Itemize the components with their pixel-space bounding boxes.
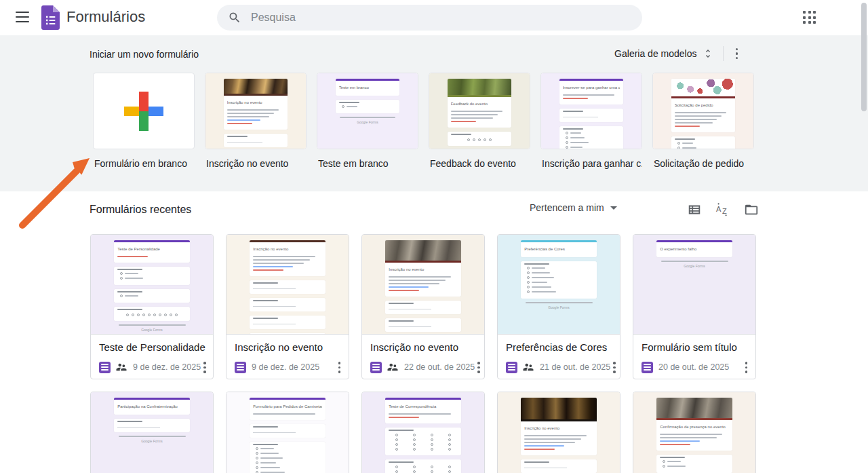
form-thumbnail: Solicitação de pedido	[653, 73, 753, 149]
thumbnail-question-card	[521, 459, 597, 473]
radio-dot	[413, 434, 416, 436]
text-line	[389, 413, 450, 415]
list-view-icon[interactable]	[686, 201, 703, 218]
folder-icon[interactable]	[743, 201, 760, 218]
recent-form-card[interactable]: Formulário para Pedidos de Camisetas	[226, 392, 349, 473]
recent-card-footer: Teste de Personalidade9 de dez. de 2025	[91, 335, 213, 376]
label-text-line	[660, 457, 685, 458]
thumbnail-input-underline	[227, 142, 263, 143]
owner-filter-dropdown[interactable]: Pertencem a mim	[530, 202, 617, 213]
recent-form-card[interactable]: Preferências de CoresGoogle FormsPreferê…	[497, 234, 620, 379]
recent-form-card[interactable]: Teste de PersonalidadeGoogle FormsTeste …	[90, 234, 214, 379]
thumbnail-header-image	[656, 398, 732, 418]
template-card-label: Teste em branco	[317, 158, 418, 169]
apps-grid-icon[interactable]	[803, 11, 816, 24]
template-card-thumbnail[interactable]: Feedback do evento	[429, 73, 530, 149]
recent-form-card[interactable]: Inscrição no evento	[497, 392, 620, 473]
scrollbar-thumb[interactable]	[861, 3, 867, 111]
template-card[interactable]: Inscrever-se para ganhar uma camisetaIns…	[540, 73, 642, 169]
template-card[interactable]: Teste em brancoGoogle FormsTeste em bran…	[317, 73, 418, 169]
template-card-thumbnail[interactable]: Teste em brancoGoogle Forms	[317, 73, 418, 149]
text-line	[253, 263, 304, 264]
form-thumbnail: Inscrição no evento	[498, 392, 620, 473]
thumbnail-grid-question	[389, 466, 458, 473]
forms-logo-icon[interactable]	[41, 5, 60, 33]
card-menu-button[interactable]	[610, 359, 618, 376]
radio-dot	[566, 136, 568, 139]
thumbnail-question-card	[385, 428, 461, 455]
thumbnail-input-underline	[563, 117, 599, 117]
template-card-thumbnail[interactable]: Inscrever-se para ganhar uma camiseta	[540, 73, 642, 149]
template-gallery-button[interactable]: Galeria de modelos	[614, 48, 696, 59]
recent-form-card[interactable]: Participação na ConfraternizaçãoGoogle F…	[90, 392, 214, 473]
radio-dot	[448, 466, 451, 468]
red-text-line	[675, 126, 700, 127]
text-line	[532, 282, 547, 283]
recent-form-card[interactable]: Inscrição no eventoInscrição no evento9 …	[226, 234, 349, 379]
template-card[interactable]: Feedback do eventoFeedback do evento	[429, 73, 530, 169]
card-menu-button[interactable]	[743, 359, 751, 376]
recent-card-footer: Formulário sem título20 de out. de 2025	[633, 335, 755, 376]
card-menu-button[interactable]	[201, 359, 209, 376]
thumbnail-form-title: Solicitação de pedido	[675, 101, 732, 110]
recent-card-footer: Preferências de Cores21 de out. de 2025	[498, 335, 620, 376]
thumbnail-header-image	[224, 79, 288, 94]
text-line	[667, 461, 681, 462]
radio-dot	[431, 434, 433, 436]
thumbnail-form-title: Inscrição no evento	[389, 265, 458, 274]
radio-dot	[395, 466, 398, 468]
recent-card-footer: Inscrição no evento9 de dez. de 2025	[226, 335, 349, 376]
template-card[interactable]: Formulário em branco	[93, 73, 195, 169]
recent-card-date: 9 de dez. de 2025	[133, 362, 201, 372]
thumbnail-brand-text: Google Forms	[633, 264, 755, 269]
recent-card-date: 22 de out. de 2025	[404, 362, 475, 372]
thumbnail-question-card	[559, 109, 624, 122]
text-line	[227, 113, 274, 114]
red-text-line	[253, 269, 283, 271]
label-text-line	[253, 282, 278, 284]
card-menu-button[interactable]	[475, 359, 483, 376]
template-card[interactable]: Inscrição no eventoInscrição no evento	[205, 73, 307, 169]
thumbnail-header-card: Teste de Personalidade	[114, 240, 190, 263]
template-card[interactable]: Solicitação de pedidoSolicitação de pedi…	[652, 73, 754, 169]
thumbnail-header-card: Preferências de Cores	[521, 240, 597, 257]
recent-form-card[interactable]: Confirmação de presença no evento	[633, 392, 756, 473]
templates-more-menu-button[interactable]	[733, 45, 741, 62]
card-menu-button[interactable]	[336, 359, 344, 376]
recent-form-card[interactable]: O experimento falhoGoogle FormsFormulári…	[633, 234, 756, 379]
recent-section-title: Formulários recentes	[90, 204, 191, 216]
text-line	[675, 122, 713, 124]
thumbnail-input-underline	[117, 427, 160, 428]
text-line	[347, 106, 357, 107]
form-thumbnail: O experimento falhoGoogle Forms	[633, 235, 755, 335]
hamburger-menu-icon[interactable]	[16, 12, 29, 22]
radio-dot	[448, 434, 451, 436]
radio-dot	[448, 448, 451, 451]
search-input[interactable]	[250, 11, 591, 24]
template-card-thumbnail[interactable]	[93, 73, 195, 149]
text-line	[227, 116, 270, 117]
thumbnail-option-row	[527, 267, 593, 269]
thumbnail-option-row	[527, 276, 593, 279]
text-line	[570, 142, 589, 143]
template-card-thumbnail[interactable]: Solicitação de pedido	[652, 73, 754, 149]
thumbnail-footer: Google Forms	[91, 324, 213, 333]
thumbnail-option-row	[566, 136, 620, 139]
thumbnail-option-row	[566, 146, 620, 149]
thumbnail-form-title: Inscrição no evento	[253, 245, 322, 254]
unfold-more-icon[interactable]	[703, 48, 713, 59]
thumbnail-scale-row	[451, 138, 509, 141]
thumbnail-form-title: Preferências de Cores	[524, 245, 593, 254]
template-card-label: Solicitação de pedido	[652, 158, 754, 169]
blank-form-plus-icon	[124, 92, 163, 131]
radio-dot	[395, 434, 398, 436]
radio-dot	[448, 470, 451, 473]
template-card-thumbnail[interactable]: Inscrição no evento	[205, 73, 307, 149]
recent-form-card[interactable]: Inscrição no eventoInscrição no evento22…	[361, 234, 485, 379]
thumbnail-question-card	[114, 289, 190, 303]
recent-form-card[interactable]: Teste de Correspondência	[361, 392, 485, 473]
thumbnail-option-row	[527, 290, 593, 293]
radio-dot	[677, 142, 680, 145]
sort-az-icon[interactable]: A Z	[714, 201, 731, 218]
search-bar[interactable]	[217, 5, 642, 31]
